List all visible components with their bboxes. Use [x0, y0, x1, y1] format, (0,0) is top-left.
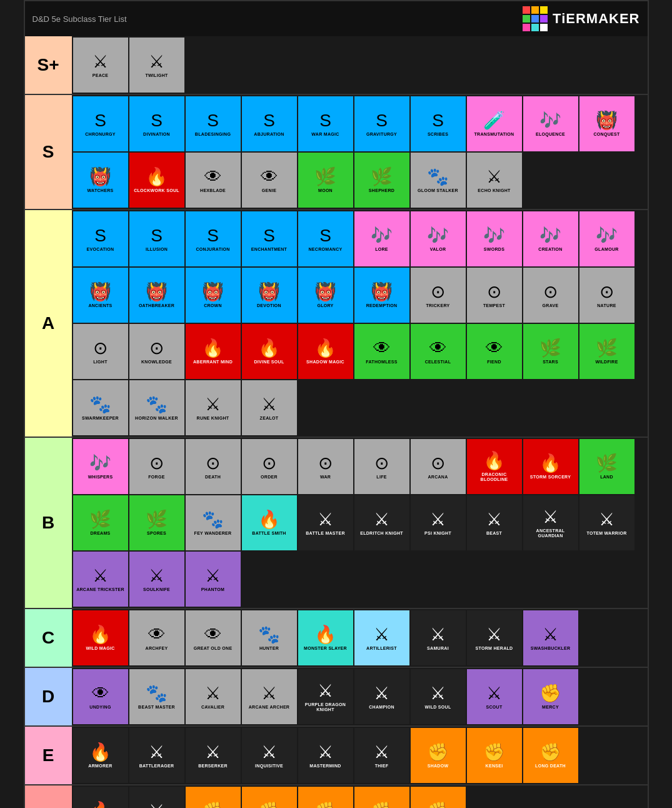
item-celestial[interactable]: 👁CELESTIAL — [411, 324, 466, 379]
item-zealot[interactable]: ⚔ZEALOT — [242, 380, 297, 435]
item-devotion[interactable]: 👹DEVOTION — [242, 268, 297, 323]
item-spores[interactable]: 🌿SPORES — [129, 495, 184, 550]
item-storm-herald[interactable]: ⚔STORM HERALD — [467, 610, 522, 665]
item-necromancy[interactable]: SNECROMANCY — [298, 211, 353, 266]
item-war[interactable]: ⊙WAR — [298, 439, 353, 494]
item-conquest[interactable]: 👹CONQUEST — [579, 96, 634, 151]
item-four-elements[interactable]: ✊FOUR ELEMENTS — [354, 787, 409, 808]
item-fathomless[interactable]: 👁FATHOMLESS — [354, 324, 409, 379]
item-hunter[interactable]: 🐾HUNTER — [242, 610, 297, 665]
item-clockwork-soul[interactable]: 🔥CLOCKWORK SOUL — [129, 153, 184, 208]
item-undying[interactable]: 👁UNDYING — [73, 669, 128, 724]
item-light[interactable]: ⊙LIGHT — [73, 324, 128, 379]
item-death[interactable]: ⊙DEATH — [186, 439, 241, 494]
item-stars[interactable]: 🌿STARS — [523, 324, 578, 379]
item-scout[interactable]: ⚔SCOUT — [467, 669, 522, 724]
item-monster-slayer[interactable]: 🔥MONSTER SLAYER — [298, 610, 353, 665]
item-purple-dragon-knight[interactable]: ⚔PURPLE DRAGON KNIGHT — [298, 669, 353, 724]
item-forge[interactable]: ⊙FORGE — [129, 439, 184, 494]
item-swords[interactable]: 🎶SWORDS — [467, 211, 522, 266]
item-land[interactable]: 🌿LAND — [579, 439, 634, 494]
item-storm-sorcery[interactable]: 🔥STORM SORCERY — [523, 439, 578, 494]
item-horizon-walker[interactable]: 🐾HORIZON WALKER — [129, 380, 184, 435]
item-ancients[interactable]: 👹ANCIENTS — [73, 268, 128, 323]
item-echo-knight[interactable]: ⚔ECHO KNIGHT — [467, 153, 522, 208]
item-creation[interactable]: 🎶CREATION — [523, 211, 578, 266]
item-soulknife[interactable]: ⚔SOULKNIFE — [129, 552, 184, 607]
item-shadow[interactable]: ✊SHADOW — [411, 728, 466, 783]
item-archfey[interactable]: 👁ARCHFEY — [129, 610, 184, 665]
item-hexblade[interactable]: 👁HEXBLADE — [186, 153, 241, 208]
item-scribes[interactable]: SSCRIBES — [411, 96, 466, 151]
item-inquisitive[interactable]: ⚔INQUISITIVE — [242, 728, 297, 783]
item-valor[interactable]: 🎶VALOR — [411, 211, 466, 266]
item-war-magic[interactable]: SWAR MAGIC — [298, 96, 353, 151]
item-order[interactable]: ⊙ORDER — [242, 439, 297, 494]
item-knowledge[interactable]: ⊙KNOWLEDGE — [129, 324, 184, 379]
item-aberrant-mind[interactable]: 🔥ABERRANT MIND — [186, 324, 241, 379]
item-psi-knight[interactable]: ⚔PSI KNIGHT — [411, 495, 466, 550]
item-shadow-magic[interactable]: 🔥SHADOW MAGIC — [298, 324, 353, 379]
item-life[interactable]: ⊙LIFE — [354, 439, 409, 494]
item-dreams[interactable]: 🌿DREAMS — [73, 495, 128, 550]
item-tempest[interactable]: ⊙TEMPEST — [467, 268, 522, 323]
item-battle-smith[interactable]: 🔥BATTLE SMITH — [242, 495, 297, 550]
item-oathbreaker[interactable]: 👹OATHBREAKER — [129, 268, 184, 323]
item-evocation[interactable]: SEVOCATION — [73, 211, 128, 266]
item-arcana[interactable]: ⊙ARCANA — [411, 439, 466, 494]
item-draconic-bloodline[interactable]: 🔥DRACONIC BLOODLINE — [467, 439, 522, 494]
item-lore[interactable]: 🎶LORE — [354, 211, 409, 266]
item-champion[interactable]: ⚔CHAMPION — [354, 669, 409, 724]
item-divine-soul[interactable]: 🔥DIVINE SOUL — [242, 324, 297, 379]
item-eloquence[interactable]: 🎶ELOQUENCE — [523, 96, 578, 151]
item-enchantment[interactable]: SENCHANTMENT — [242, 211, 297, 266]
item-glamour[interactable]: 🎶GLAMOUR — [579, 211, 634, 266]
item-trickery[interactable]: ⊙TRICKERY — [411, 268, 466, 323]
item-twilight[interactable]: ⚔TWILIGHT — [129, 38, 184, 93]
item-rune-knight[interactable]: ⚔RUNE KNIGHT — [186, 380, 241, 435]
item-swashbuckler[interactable]: ⚔SWASHBUCKLER — [523, 610, 578, 665]
item-thief[interactable]: ⚔THIEF — [354, 728, 409, 783]
item-drunken-master[interactable]: ✊DRUNKEN MASTER — [242, 787, 297, 808]
item-whispers[interactable]: 🎶WHISPERS — [73, 439, 128, 494]
item-fey-wanderer[interactable]: 🐾FEY WANDERER — [186, 495, 241, 550]
item-ancestral-guardian[interactable]: ⚔ANCESTRAL GUARDIAN — [523, 495, 578, 550]
item-divination[interactable]: SDIVINATION — [129, 96, 184, 151]
item-arcane-trickster[interactable]: ⚔ARCANE TRICKSTER — [73, 552, 128, 607]
item-wild-magic[interactable]: 🔥WILD MAGIC — [73, 610, 128, 665]
item-wildfire[interactable]: 🌿WILDFIRE — [579, 324, 634, 379]
item-artillerist[interactable]: ⚔ARTILLERIST — [354, 610, 409, 665]
item-beast[interactable]: ⚔BEAST — [467, 495, 522, 550]
item-battlerager[interactable]: ⚔BATTLERAGER — [129, 728, 184, 783]
item-eldritch-knight[interactable]: ⚔ELDRITCH KNIGHT — [354, 495, 409, 550]
item-bladesinging[interactable]: SBLADESINGING — [186, 96, 241, 151]
item-assassin[interactable]: ⚔ASSASSIN — [129, 787, 184, 808]
item-berserker[interactable]: ⚔BERSERKER — [186, 728, 241, 783]
item-cavalier[interactable]: ⚔CAVALIER — [186, 669, 241, 724]
item-shepherd[interactable]: 🌿SHEPHERD — [354, 153, 409, 208]
item-great-old-one[interactable]: 👁GREAT OLD ONE — [186, 610, 241, 665]
item-battle-master[interactable]: ⚔BATTLE MASTER — [298, 495, 353, 550]
item-graviturgy[interactable]: SGRAVITURGY — [354, 96, 409, 151]
item-fiend[interactable]: 👁FIEND — [467, 324, 522, 379]
item-totem-warrior[interactable]: ⚔TOTEM WARRIOR — [579, 495, 634, 550]
item-mercy[interactable]: ✊MERCY — [523, 669, 578, 724]
item-watchers[interactable]: 👹WATCHERS — [73, 153, 128, 208]
item-kensei[interactable]: ✊KENSEI — [467, 728, 522, 783]
item-astral-self[interactable]: ✊ASTRAL SELF — [186, 787, 241, 808]
item-arcane-archer[interactable]: ⚔ARCANE ARCHER — [242, 669, 297, 724]
item-samurai[interactable]: ⚔SAMURAI — [411, 610, 466, 665]
item-armorer[interactable]: 🔥ARMORER — [73, 728, 128, 783]
item-wild-soul[interactable]: ⚔WILD SOUL — [411, 669, 466, 724]
item-conjuration[interactable]: SCONJURATION — [186, 211, 241, 266]
item-grave[interactable]: ⊙GRAVE — [523, 268, 578, 323]
item-peace[interactable]: ⚔PEACE — [73, 38, 128, 93]
item-chronurgy[interactable]: SCHRONURGY — [73, 96, 128, 151]
item-crown[interactable]: 👹CROWN — [186, 268, 241, 323]
item-nature[interactable]: ⊙NATURE — [579, 268, 634, 323]
item-open-hand[interactable]: ✊OPEN HAND — [411, 787, 466, 808]
item-redemption[interactable]: 👹REDEMPTION — [354, 268, 409, 323]
item-swarmkeeper[interactable]: 🐾SWARMKEEPER — [73, 380, 128, 435]
item-long-death[interactable]: ✊LONG DEATH — [523, 728, 578, 783]
item-illusion[interactable]: SILLUSION — [129, 211, 184, 266]
